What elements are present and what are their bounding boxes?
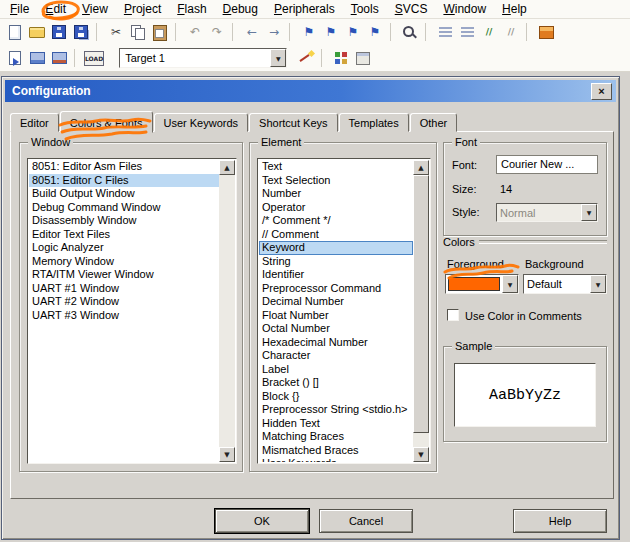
foreground-color-select[interactable] (445, 274, 519, 294)
element-list-item[interactable]: Identifier (259, 268, 413, 282)
tab-templates[interactable]: Templates (339, 113, 409, 132)
uncomment-icon[interactable]: // (501, 23, 521, 42)
bookmark-next-icon[interactable]: ⚑ (343, 23, 363, 42)
element-list-item[interactable]: String (259, 255, 413, 269)
cancel-button[interactable]: Cancel (319, 509, 413, 533)
element-list-item[interactable]: Float Number (259, 309, 413, 323)
window-list-item[interactable]: RTA/ITM Viewer Window (29, 268, 219, 282)
translate-file-icon[interactable] (5, 49, 25, 68)
style-select[interactable]: Normal (496, 203, 598, 222)
element-list-item[interactable]: Matching Braces (259, 430, 413, 444)
element-list-item[interactable]: // Comment (259, 228, 413, 242)
options-for-target-icon[interactable] (296, 49, 316, 68)
scrollbar-thumb[interactable] (413, 175, 429, 433)
chevron-down-icon[interactable] (270, 49, 286, 67)
window-list-item[interactable]: Build Output Window (29, 187, 219, 201)
ok-button[interactable]: OK (215, 509, 309, 533)
element-list-item[interactable]: Operator (259, 201, 413, 215)
find-icon[interactable] (400, 23, 420, 42)
background-color-select[interactable]: Default (523, 274, 607, 294)
menu-debug[interactable]: Debug (215, 0, 266, 19)
open-folder-icon[interactable] (27, 23, 47, 42)
element-list-item[interactable]: Hexadecimal Number (259, 336, 413, 350)
window-list-item[interactable]: Disassembly Window (29, 214, 219, 228)
font-picker-button[interactable]: Courier New ... (496, 155, 598, 174)
redo-icon[interactable]: ↷ (207, 23, 227, 42)
window-list-item[interactable]: UART #3 Window (29, 309, 219, 323)
menu-edit[interactable]: Edit (37, 0, 74, 19)
save-all-icon[interactable] (71, 23, 91, 42)
window-list-item[interactable]: Debug Command Window (29, 201, 219, 215)
window-list-item[interactable]: Logic Analyzer (29, 241, 219, 255)
scroll-up-icon[interactable] (413, 160, 429, 175)
element-list-item[interactable]: Bracket () [] (259, 376, 413, 390)
element-list-item[interactable]: Text Selection (259, 174, 413, 188)
new-file-icon[interactable] (5, 23, 25, 42)
comment-icon[interactable]: // (479, 23, 499, 42)
element-list-item[interactable]: Decimal Number (259, 295, 413, 309)
window-list-item[interactable]: Editor Text Files (29, 228, 219, 242)
close-button[interactable]: × (591, 83, 612, 100)
copy-icon[interactable] (128, 23, 148, 42)
tab-editor[interactable]: Editor (10, 113, 59, 132)
element-list-item[interactable]: Character (259, 349, 413, 363)
chevron-down-icon[interactable] (502, 275, 518, 293)
element-list-item[interactable]: Preprocessor String <stdio.h> (259, 403, 413, 417)
scroll-up-icon[interactable] (219, 160, 235, 175)
element-list-item[interactable]: Hidden Text (259, 417, 413, 431)
navigate-forward-icon[interactable]: → (264, 23, 284, 42)
window-list-item[interactable]: Memory Window (29, 255, 219, 269)
menu-peripherals[interactable]: Peripherals (266, 0, 343, 19)
cut-icon[interactable]: ✂ (106, 23, 126, 42)
bookmark-toggle-icon[interactable]: ⚑ (299, 23, 319, 42)
save-icon[interactable] (49, 23, 69, 42)
window-list-item[interactable]: 8051: Editor Asm Files (29, 160, 219, 174)
indent-left-icon[interactable] (435, 23, 455, 42)
element-list-scrollbar[interactable] (413, 160, 429, 462)
menu-tools[interactable]: Tools (343, 0, 387, 19)
bookmark-clear-all-icon[interactable]: ⚑ (365, 23, 385, 42)
use-color-in-comments-checkbox[interactable] (447, 309, 459, 321)
window-list-scrollbar[interactable] (219, 160, 235, 462)
element-list-item[interactable]: Number (259, 187, 413, 201)
menu-svcs[interactable]: SVCS (387, 0, 436, 19)
indent-right-icon[interactable] (457, 23, 477, 42)
tab-shortcut-keys[interactable]: Shortcut Keys (249, 113, 337, 132)
scroll-down-icon[interactable] (413, 447, 429, 462)
element-list-item[interactable]: Block {} (259, 390, 413, 404)
chevron-down-icon[interactable] (590, 275, 606, 293)
window-list-item[interactable]: UART #2 Window (29, 295, 219, 309)
manage-components-icon[interactable] (331, 49, 351, 68)
tab-colors-fonts[interactable]: Colors & Fonts (60, 111, 153, 133)
target-select[interactable]: Target 1 (119, 48, 287, 68)
window-list-item[interactable]: UART #1 Window (29, 282, 219, 296)
menu-project[interactable]: Project (116, 0, 169, 19)
configure-icon[interactable] (536, 23, 556, 42)
element-list-item[interactable]: Label (259, 363, 413, 377)
menu-help[interactable]: Help (494, 0, 535, 19)
undo-icon[interactable]: ↶ (185, 23, 205, 42)
menu-view[interactable]: View (74, 0, 116, 19)
dialog-titlebar[interactable]: Configuration × (5, 80, 616, 102)
tab-other[interactable]: Other (410, 113, 458, 132)
element-list-item[interactable]: /* Comment */ (259, 214, 413, 228)
menu-flash[interactable]: Flash (169, 0, 214, 19)
navigate-back-icon[interactable]: ← (242, 23, 262, 42)
window-list-item[interactable]: 8051: Editor C Files (29, 174, 219, 188)
menu-window[interactable]: Window (435, 0, 494, 19)
element-list-item[interactable]: Text (259, 160, 413, 174)
tab-user-keywords[interactable]: User Keywords (154, 113, 249, 132)
element-list-item[interactable]: Octal Number (259, 322, 413, 336)
bookmark-previous-icon[interactable]: ⚑ (321, 23, 341, 42)
element-list-item[interactable]: Keyword (259, 241, 413, 255)
element-list-item[interactable]: Preprocessor Command (259, 282, 413, 296)
paste-icon[interactable] (150, 23, 170, 42)
scroll-down-icon[interactable] (219, 447, 235, 462)
rebuild-all-icon[interactable] (49, 49, 69, 68)
download-icon[interactable]: LOAD (84, 51, 104, 66)
element-list-item[interactable]: User Keywords (259, 457, 413, 462)
menu-file[interactable]: File (2, 0, 37, 19)
file-extensions-icon[interactable] (353, 49, 373, 68)
element-list-item[interactable]: Mismatched Braces (259, 444, 413, 458)
build-target-icon[interactable] (27, 49, 47, 68)
